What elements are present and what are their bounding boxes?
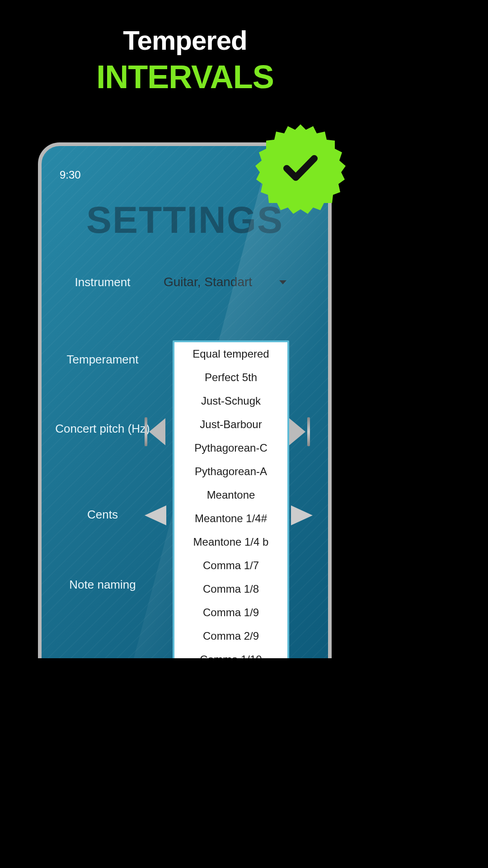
arrow-left-icon <box>145 505 166 525</box>
headline-line1: Tempered <box>0 25 370 56</box>
arrow-left-icon <box>149 418 165 445</box>
dropdown-option[interactable]: Comma 1/8 <box>174 577 287 601</box>
setting-row-instrument: Instrument Guitar, Standart <box>55 275 314 289</box>
arrow-right-icon <box>291 505 313 525</box>
checkmark-icon <box>282 152 320 184</box>
instrument-label: Instrument <box>55 275 150 289</box>
dropdown-option[interactable]: Comma 1/9 <box>174 601 287 624</box>
chevron-down-icon <box>279 280 286 284</box>
pitch-increment-button[interactable] <box>289 417 310 446</box>
temperament-label: Temperament <box>55 353 150 367</box>
dropdown-option[interactable]: Comma 1/10 <box>174 648 287 658</box>
dropdown-option[interactable]: Perfect 5th <box>174 366 287 389</box>
cents-label: Cents <box>55 508 150 522</box>
concert-pitch-label: Concert pitch (Hz) <box>55 422 150 436</box>
headline-line2: INTERVALS <box>0 58 370 95</box>
pitch-decrement-button[interactable] <box>145 417 165 446</box>
phone-mockup: 9:30 SETTINGS Instrument Guitar, Standar… <box>38 142 332 658</box>
status-bar-time: 9:30 <box>60 169 81 181</box>
dropdown-option[interactable]: Meantone 1/4 b <box>174 530 287 554</box>
promo-headline: Tempered INTERVALS <box>0 0 370 95</box>
cents-decrement-button[interactable] <box>145 505 166 525</box>
cents-increment-button[interactable] <box>291 505 313 525</box>
dropdown-option[interactable]: Comma 1/7 <box>174 554 287 577</box>
dropdown-option[interactable]: Comma 2/9 <box>174 624 287 648</box>
dropdown-option[interactable]: Just-Barbour <box>174 413 287 436</box>
note-naming-label: Note naming <box>55 578 150 592</box>
temperament-dropdown[interactable]: Equal tempered Perfect 5th Just-Schugk J… <box>173 340 289 658</box>
instrument-select[interactable]: Guitar, Standart <box>164 275 286 289</box>
verified-badge <box>255 124 346 215</box>
dropdown-option[interactable]: Meantone 1/4# <box>174 507 287 530</box>
dropdown-option[interactable]: Pythagorean-C <box>174 436 287 460</box>
instrument-value: Guitar, Standart <box>164 275 252 289</box>
dropdown-option[interactable]: Equal tempered <box>174 342 287 366</box>
dropdown-option[interactable]: Pythagorean-A <box>174 460 287 483</box>
dropdown-option[interactable]: Meantone <box>174 483 287 507</box>
dropdown-option[interactable]: Just-Schugk <box>174 389 287 413</box>
arrow-right-icon <box>289 418 305 445</box>
